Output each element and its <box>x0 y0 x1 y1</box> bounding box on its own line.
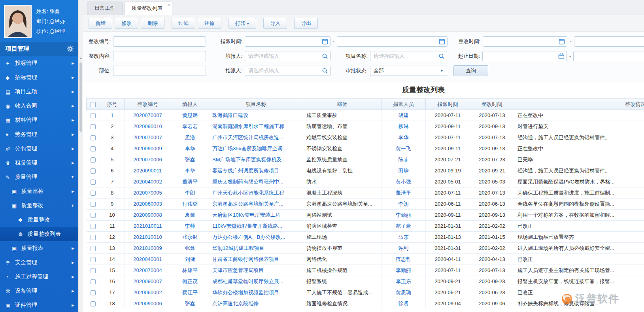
row-checkbox[interactable] <box>91 301 96 306</box>
sidebar-item-certificate-management[interactable]: ▣证件管理▶ <box>0 298 78 312</box>
cell-reporter[interactable]: 付伟璐 <box>171 199 209 210</box>
search-icon[interactable] <box>322 68 328 74</box>
cell-assignee[interactable]: 董清平 <box>381 187 426 199</box>
row-checkbox[interactable] <box>91 268 96 273</box>
scrollbar-thumb[interactable] <box>79 62 82 132</box>
row-checkbox[interactable] <box>91 202 96 207</box>
cell-code[interactable]: 2020090009 <box>125 143 171 154</box>
sidebar-item-equipment-management[interactable]: ⚒设备管理▶ <box>0 284 78 298</box>
sidebar-item-bid-management[interactable]: ✦投标管理▶ <box>0 56 78 70</box>
sidebar-item-quality-inspection[interactable]: ▣质量巡检▶ <box>0 184 78 199</box>
cell-code[interactable]: 2020040002 <box>125 176 171 187</box>
row-checkbox[interactable] <box>91 213 96 218</box>
sidebar-item-tender-management[interactable]: ◆招标管理▶ <box>0 70 78 85</box>
row-checkbox[interactable] <box>91 246 96 251</box>
row-checkbox[interactable] <box>91 146 96 151</box>
cell-assignee[interactable]: 许利 <box>381 243 426 254</box>
cell-assignee[interactable]: 黄思璐 <box>381 287 426 298</box>
sidebar-item-construction-process-management[interactable]: ◔施工过程管理▶ <box>0 270 78 284</box>
calendar-icon[interactable] <box>559 38 565 45</box>
rectify-time-start-input[interactable] <box>483 36 567 47</box>
sidebar-scrollbar[interactable]: ▲ <box>78 0 83 312</box>
sidebar-item-material-management[interactable]: ▦材料管理▶ <box>0 113 78 127</box>
cell-reporter[interactable]: 李若若 <box>171 121 209 132</box>
reporter-input[interactable] <box>245 51 330 61</box>
cell-assignee[interactable]: 柳琳 <box>381 121 426 132</box>
cell-reporter[interactable]: 蔡江平 <box>171 287 209 298</box>
cell-assignee[interactable]: 黄一飞 <box>381 143 426 154</box>
cell-code[interactable]: 2020070005 <box>125 187 171 199</box>
import-button[interactable]: 导入 <box>263 18 287 29</box>
rectify-code-input[interactable] <box>113 36 206 47</box>
cell-reporter[interactable]: 黄思璐 <box>171 110 209 121</box>
calendar-icon[interactable] <box>558 53 565 59</box>
sidebar-item-safety-management[interactable]: ☂安全管理▶ <box>0 255 78 270</box>
row-checkbox[interactable] <box>91 180 96 185</box>
gear-icon[interactable] <box>67 45 74 52</box>
cell-project[interactable]: 广州天心苑小区智能化系统工程 <box>209 187 303 199</box>
row-checkbox[interactable] <box>91 191 96 196</box>
cell-project[interactable]: 甘肃省工商银行网络保养项目 <box>209 254 303 265</box>
row-checkbox[interactable] <box>91 290 96 295</box>
cell-assignee[interactable]: 黄小强 <box>381 176 426 187</box>
modify-button[interactable]: 修改 <box>115 18 138 29</box>
cell-code[interactable]: 2020090007 <box>125 276 171 287</box>
calendar-icon[interactable] <box>439 38 445 45</box>
sidebar-item-quality-rectification-entry[interactable]: ✱质量整改 <box>0 213 78 227</box>
assign-time-start-input[interactable] <box>245 36 330 47</box>
cell-assignee[interactable]: 范思哲 <box>381 254 426 265</box>
cell-reporter[interactable]: 张永银 <box>171 232 209 243</box>
date-range-end-input[interactable] <box>573 51 644 61</box>
cell-assignee[interactable]: 陈菲 <box>381 154 426 165</box>
cell-project[interactable]: 成都杜甫草堂临时展厅独立展... <box>209 276 303 287</box>
print-button[interactable]: 打印 ▼ <box>229 18 256 29</box>
cell-project[interactable]: 万达办公楼左侧A、B办公楼改... <box>209 232 303 243</box>
tab-quality-rectify-list[interactable]: 质量整改列表 × <box>124 2 172 15</box>
cell-code[interactable]: 2020040001 <box>125 254 171 265</box>
assign-time-end-input[interactable] <box>337 36 448 47</box>
cell-project[interactable]: 天府新区10Kv变电所安装工程 <box>209 210 303 221</box>
cell-code[interactable]: 2020060003 <box>125 199 171 210</box>
cell-assignee[interactable]: 李勤丽 <box>381 210 426 221</box>
row-checkbox[interactable] <box>91 135 96 140</box>
sidebar-item-income-contract[interactable]: ◉收入合同▶ <box>0 99 78 113</box>
cell-code[interactable]: 2020090008 <box>125 210 171 221</box>
row-checkbox[interactable] <box>91 279 96 284</box>
select-all-checkbox[interactable] <box>91 102 96 107</box>
assigner-input[interactable] <box>245 66 330 76</box>
row-checkbox[interactable] <box>91 235 96 240</box>
sidebar-item-quality-rectification-list[interactable]: ☸质量整改列表 <box>0 227 78 241</box>
export-button[interactable]: 导出 <box>294 18 318 29</box>
cell-code[interactable]: 2021010010 <box>125 232 171 243</box>
cell-project[interactable]: 客运专线广州调度所装修项目 <box>209 165 303 176</box>
cell-code[interactable]: 2020070006 <box>125 154 171 165</box>
cell-project[interactable]: 万达广场35#会所及咖啡厅空调... <box>209 143 303 154</box>
cell-assignee[interactable]: 马东 <box>381 232 426 243</box>
approval-status-select[interactable]: 全部 ▼ <box>370 66 447 76</box>
cell-assignee[interactable]: 苑子豪 <box>381 221 426 232</box>
rectify-time-end-input[interactable] <box>574 36 644 47</box>
cell-reporter[interactable]: 袁鑫 <box>171 210 209 221</box>
cell-reporter[interactable]: 李朗 <box>171 187 209 199</box>
cell-project[interactable]: 华软办公楼增加视频监控项目 <box>209 287 303 298</box>
sidebar-section-header[interactable]: 项目管理 <box>0 42 78 56</box>
cell-assignee[interactable]: 胡建 <box>381 110 426 121</box>
project-name-input[interactable] <box>370 51 447 61</box>
restore-button[interactable]: 还原 <box>198 18 221 29</box>
cell-reporter[interactable]: 张鑫 <box>171 243 209 254</box>
sidebar-item-subcontract-management[interactable]: x²分包管理▶ <box>0 142 78 156</box>
cell-project[interactable]: 京沪高速北京段维修 <box>209 298 303 309</box>
cell-code[interactable]: 2020090010 <box>125 121 171 132</box>
tab-daily-work[interactable]: 日常工作 <box>87 2 123 15</box>
cell-code[interactable]: 2021010011 <box>125 221 171 232</box>
cell-project[interactable]: 珠海鹤港口建设 <box>209 110 303 121</box>
date-range-start-input[interactable] <box>482 51 567 61</box>
part-input[interactable] <box>113 66 206 76</box>
cell-assignee[interactable]: 李华 <box>381 132 426 143</box>
cell-project[interactable]: 广州市天河区统计局机房改造... <box>209 132 303 143</box>
cell-assignee[interactable]: 李朗 <box>381 199 426 210</box>
cell-reporter[interactable]: 何正茂 <box>171 276 209 287</box>
cell-reporter[interactable]: 孟浩 <box>171 132 209 143</box>
cell-reporter[interactable]: 林康平 <box>171 265 209 276</box>
cell-reporter[interactable]: 董清平 <box>171 176 209 187</box>
